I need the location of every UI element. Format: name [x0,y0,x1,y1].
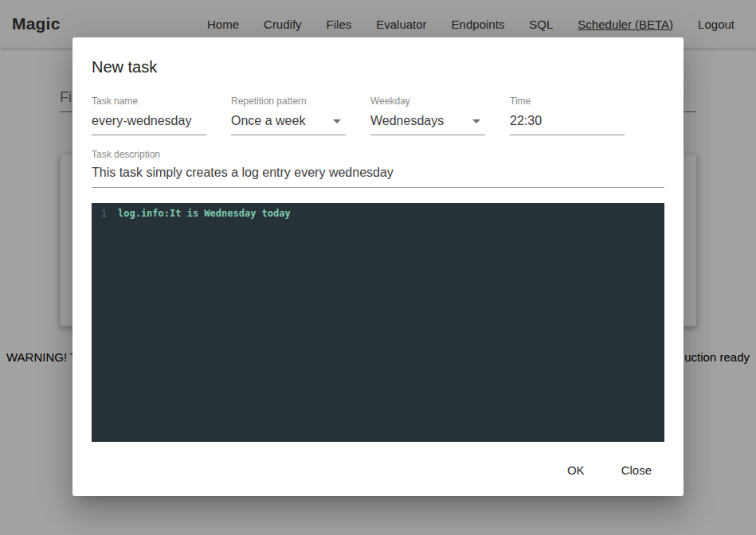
description-input[interactable]: This task simply creates a log entry eve… [92,164,664,188]
dialog-fields-row: Task name every-wednesday Repetition pat… [92,96,625,135]
dialog-actions: OK Close [554,457,664,483]
time-value: 22:30 [510,114,542,128]
task-name-field: Task name every-wednesday [92,96,206,135]
description-field: Task description This task simply create… [92,149,664,188]
chevron-down-icon [333,119,341,123]
task-name-input[interactable]: every-wednesday [92,112,206,135]
time-label: Time [510,96,625,107]
close-button[interactable]: Close [609,457,664,483]
new-task-dialog: New task Task name every-wednesday Repet… [72,37,684,496]
hyperlambda-code-editor[interactable]: 1 log.info:It is Wednesday today [92,203,664,442]
weekday-value: Wednesdays [370,114,444,128]
description-value: This task simply creates a log entry eve… [92,166,394,180]
dialog-title: New task [92,58,157,76]
code-line: 1 log.info:It is Wednesday today [92,207,664,221]
weekday-label: Weekday [370,96,485,107]
line-number: 1 [92,207,107,221]
weekday-field: Weekday Wednesdays [370,96,485,135]
time-field: Time 22:30 [510,96,625,135]
weekday-select[interactable]: Wednesdays [370,112,485,135]
repetition-select[interactable]: Once a week [231,112,346,135]
repetition-value: Once a week [231,114,305,128]
task-name-value: every-wednesday [92,114,191,128]
chevron-down-icon [472,119,480,123]
repetition-label: Repetition pattern [231,96,346,107]
repetition-field: Repetition pattern Once a week [231,96,346,135]
ok-button[interactable]: OK [554,457,597,483]
task-name-label: Task name [92,96,206,107]
code-text: log.info:It is Wednesday today [118,207,291,221]
time-input[interactable]: 22:30 [510,112,625,135]
description-label: Task description [92,149,664,160]
